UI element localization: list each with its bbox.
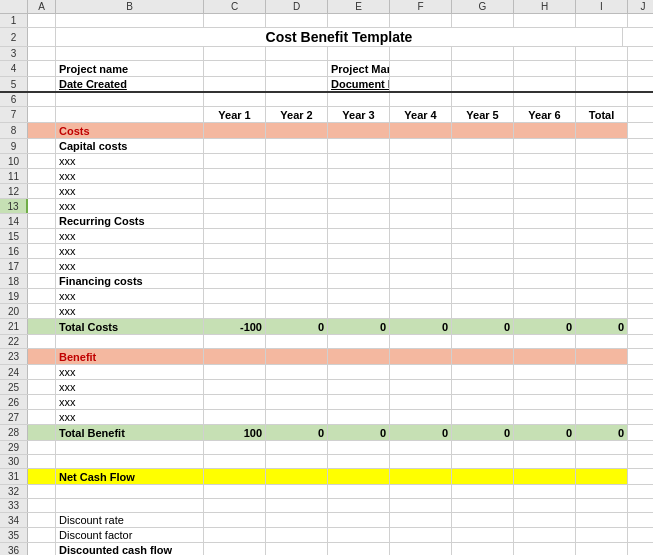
r29a	[28, 441, 56, 454]
r25h	[514, 380, 576, 394]
r14h	[514, 214, 576, 228]
r18f	[390, 274, 452, 288]
rownum-5: 5	[0, 77, 28, 91]
rownum-22: 22	[0, 335, 28, 348]
r19a	[28, 289, 56, 303]
row-14: 14 Recurring Costs	[0, 214, 653, 229]
r24d	[266, 365, 328, 379]
r30j	[628, 455, 653, 468]
r20c	[204, 304, 266, 318]
r24a	[28, 365, 56, 379]
r31i	[576, 469, 628, 484]
row-2: 2 Cost Benefit Template	[0, 28, 653, 47]
r24f	[390, 365, 452, 379]
r25f	[390, 380, 452, 394]
row-26: 26 xxx	[0, 395, 653, 410]
r5i	[576, 77, 628, 91]
r20j	[628, 304, 653, 318]
r27f	[390, 410, 452, 424]
rownum-14: 14	[0, 214, 28, 228]
r36e	[328, 543, 390, 555]
r16e	[328, 244, 390, 258]
r5f	[390, 77, 452, 91]
r13h	[514, 199, 576, 213]
r10h	[514, 154, 576, 168]
r1a	[28, 14, 56, 27]
r1i	[576, 14, 628, 27]
r11f	[390, 169, 452, 183]
r19g	[452, 289, 514, 303]
r28j	[628, 425, 653, 440]
r19h	[514, 289, 576, 303]
r25i	[576, 380, 628, 394]
r5-doc-revision-label: Document Revision Number	[328, 77, 390, 91]
r20f	[390, 304, 452, 318]
r19j	[628, 289, 653, 303]
r29d	[266, 441, 328, 454]
row-17: 17 xxx	[0, 259, 653, 274]
r15a	[28, 229, 56, 243]
r11h	[514, 169, 576, 183]
total-costs-y1: -100	[204, 319, 266, 334]
r27d	[266, 410, 328, 424]
r32j	[628, 485, 653, 498]
r29j	[628, 441, 653, 454]
r32i	[576, 485, 628, 498]
net-cash-flow-label: Net Cash Flow	[56, 469, 204, 484]
financing-costs-label: Financing costs	[56, 274, 204, 288]
r10b: xxx	[56, 154, 204, 168]
r1j	[628, 14, 653, 27]
r3a	[28, 47, 56, 60]
r23h	[514, 349, 576, 364]
r30h	[514, 455, 576, 468]
r18j	[628, 274, 653, 288]
r14f	[390, 214, 452, 228]
row-8: 8 Costs	[0, 123, 653, 139]
r10i	[576, 154, 628, 168]
r14d	[266, 214, 328, 228]
total-costs-label: Total Costs	[56, 319, 204, 334]
r32d	[266, 485, 328, 498]
r12f	[390, 184, 452, 198]
row-13: 13 xxx	[0, 199, 653, 214]
r20b: xxx	[56, 304, 204, 318]
r20d	[266, 304, 328, 318]
col-header-g: G	[452, 0, 514, 13]
r36d	[266, 543, 328, 555]
r14c	[204, 214, 266, 228]
r30g	[452, 455, 514, 468]
r4c	[204, 61, 266, 76]
r12c	[204, 184, 266, 198]
recurring-costs-label: Recurring Costs	[56, 214, 204, 228]
r8c	[204, 123, 266, 138]
row-34: 34 Discount rate	[0, 513, 653, 528]
r13e	[328, 199, 390, 213]
r4i	[576, 61, 628, 76]
r9f	[390, 139, 452, 153]
r11j	[628, 169, 653, 183]
total-costs-y2: 0	[266, 319, 328, 334]
r34c	[204, 513, 266, 527]
r3f	[390, 47, 452, 60]
r32h	[514, 485, 576, 498]
r12g	[452, 184, 514, 198]
r34a	[28, 513, 56, 527]
total-benefit-total: 0	[576, 425, 628, 440]
row-33: 33	[0, 499, 653, 513]
total-benefit-y4: 0	[390, 425, 452, 440]
rownum-34: 34	[0, 513, 28, 527]
r24h	[514, 365, 576, 379]
r23d	[266, 349, 328, 364]
r6g	[452, 93, 514, 106]
r24i	[576, 365, 628, 379]
r4g	[452, 61, 514, 76]
row-24: 24 xxx	[0, 365, 653, 380]
col-header-i: I	[576, 0, 628, 13]
r33e	[328, 499, 390, 512]
r23f	[390, 349, 452, 364]
rownum-35: 35	[0, 528, 28, 542]
r31f	[390, 469, 452, 484]
r29h	[514, 441, 576, 454]
r27h	[514, 410, 576, 424]
r3i	[576, 47, 628, 60]
